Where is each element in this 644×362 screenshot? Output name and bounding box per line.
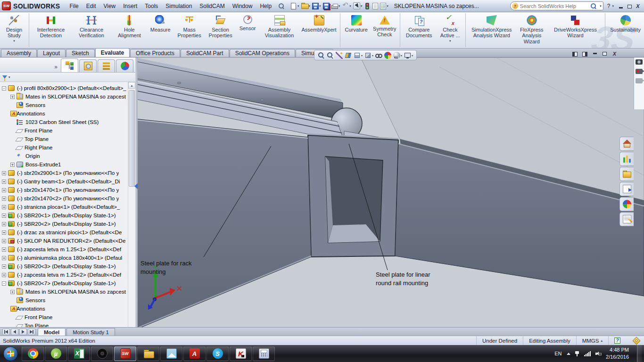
help-button[interactable]: ? ▾ [607,3,614,9]
dropdown-caret[interactable]: ▾ [361,54,363,57]
ribbon-button[interactable]: AssemblyXpert [300,13,340,47]
units-caret[interactable]: ▴ [601,339,603,343]
tree-item[interactable]: Top Plane [0,135,128,143]
next-tab-button[interactable] [19,329,27,335]
study-tab[interactable]: Model [38,328,66,336]
tree-expander[interactable] [10,95,15,99]
tree-item[interactable]: (-) SBR20<1> (Default<Display State-1>) [0,211,128,220]
view-toolbar-button[interactable] [345,52,352,59]
tree-expander[interactable] [2,222,6,226]
previous-tab-button[interactable] [11,329,18,335]
dropdown-caret[interactable]: ▾ [13,39,15,43]
previous-document-button[interactable] [572,51,578,57]
tree-expander[interactable] [2,273,6,277]
view-toolbar-button[interactable]: ▾ [354,52,363,59]
scrollbar-thumb[interactable] [129,90,135,187]
show-desktop-button[interactable] [637,345,642,362]
command-tab[interactable]: Sketch [66,49,95,57]
tree-item[interactable]: Right Plane [0,143,128,152]
ribbon-button[interactable]: Interference Detection [31,13,71,47]
ribbon-button[interactable]: Measure [147,13,174,47]
screen-capture-icon[interactable] [636,59,643,65]
quick-access-button[interactable]: ▾ [330,2,341,9]
close-button[interactable]: X [635,3,641,9]
view-toolbar-button[interactable] [327,52,334,59]
dropdown-caret[interactable]: ▾ [309,4,311,8]
filter-caret[interactable]: ▾ [8,75,10,79]
task-pane-tab[interactable] [619,152,634,166]
scrollbar-up-arrow[interactable]: ▲ [128,82,135,89]
ribbon-button[interactable]: Section Properties [205,13,236,47]
ribbon-button[interactable]: Curvature [342,13,371,47]
tree-expander[interactable] [2,171,6,175]
view-toolbar-button[interactable] [336,52,343,59]
action-center-icon[interactable] [575,351,579,356]
taskbar-app-button[interactable]: K [230,346,252,361]
start-button[interactable] [3,346,18,361]
taskbar-app-button[interactable] [160,346,182,361]
command-tab[interactable]: Office Products [130,49,180,57]
task-pane-tab[interactable] [619,137,634,151]
tree-expander[interactable] [2,86,6,90]
ribbon-button[interactable]: Design Study ▾ [1,13,29,47]
menu-item[interactable]: Simulation [162,1,196,11]
tag-icon[interactable] [633,337,641,345]
quick-tips-toggle[interactable]: ? [608,336,626,345]
panel-chevron[interactable]: » [54,64,61,72]
tree-item[interactable]: (-) SBR20<2> (Default<Display State-1>) [0,220,128,228]
tree-item[interactable]: Top Plane [0,321,128,327]
next-document-button[interactable] [582,51,588,57]
dropdown-caret[interactable]: ▾ [372,54,373,57]
ribbon-button[interactable]: DriveWorksXpress Wizard [547,13,605,47]
taskbar-app-button[interactable]: S [206,346,229,361]
menu-item[interactable]: Edit [83,1,100,11]
view-toolbar-button[interactable] [375,52,382,59]
menu-item[interactable]: Window [229,1,256,11]
doc-minimize-button[interactable] [592,51,598,57]
search-icon[interactable] [590,3,596,9]
graphics-viewport[interactable]: Steel plate for rack mounting Steel plat… [138,58,644,327]
tree-item[interactable]: (-) zapcesta letva m 1.25<1> (Default<<D… [0,245,128,254]
tree-expander[interactable] [10,163,15,167]
quick-access-button[interactable]: ▾ [300,1,312,10]
search-input[interactable] [518,3,587,9]
dropdown-caret[interactable]: ▾ [297,4,299,8]
command-tab[interactable]: Evaluate [95,48,130,57]
quick-access-button[interactable] [363,2,372,10]
taskbar-app-button[interactable]: X [68,346,90,361]
dropdown-caret[interactable]: ▾ [387,4,388,8]
ribbon-button[interactable]: SimulationXpress Analysis Wizard [467,13,516,47]
tree-item[interactable]: (-) sbr20x1470<1> (По умолчанию<<По у [0,186,128,194]
hidden-icons-arrow[interactable] [567,353,570,355]
ribbon-button[interactable]: Clearance Verification [71,13,112,47]
tree-expander[interactable] [2,214,6,218]
task-pane-tab[interactable] [619,182,634,196]
clock[interactable]: 4:48 PM 2/16/2016 [606,346,629,361]
search-commands-icon[interactable] [278,3,284,9]
ribbon-button[interactable]: Check Active ... ▾ [437,13,466,47]
restore-button[interactable] [626,3,633,9]
tree-item[interactable]: Origin [0,152,128,160]
view-toolbar-button[interactable]: ▾ [404,52,413,59]
panel-tab[interactable] [61,58,78,72]
screen-capture-icon[interactable] [636,78,643,83]
view-toolbar-button[interactable] [318,52,325,59]
tree-item[interactable]: 1023 Carbon Steel Sheet (SS) [0,118,128,126]
tree-item[interactable]: Annotations [0,304,128,313]
search-dropdown-caret[interactable]: ▾ [600,4,602,8]
tree-expander[interactable] [2,281,6,286]
command-tab[interactable]: Assembly [1,49,37,57]
view-toolbar-button[interactable]: ▾ [364,52,373,59]
command-tab[interactable]: SolidCAM Operations [230,49,295,57]
menu-item[interactable]: Insert [119,1,141,11]
view-toolbar-button[interactable]: ▾ [393,52,402,59]
tree-expander[interactable] [2,188,6,192]
quick-access-button[interactable]: ▾ [311,2,322,10]
tree-expander[interactable] [2,264,6,269]
tree-expander[interactable] [2,197,6,201]
tree-item[interactable]: Mates in SKLOPENA MASINA so zapcest [0,288,128,296]
task-pane-tab[interactable] [619,167,634,181]
tree-item[interactable]: (-) sbr20x2900<1> (По умолчанию<<По у [0,169,128,177]
ribbon-button[interactable]: Sustainability [607,13,644,47]
tree-expander[interactable] [10,290,15,294]
